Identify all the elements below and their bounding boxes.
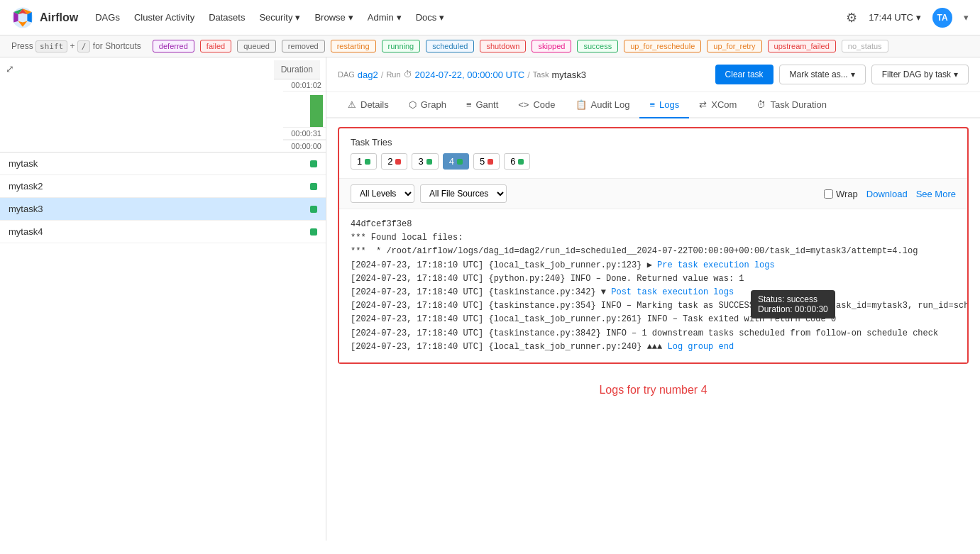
task-name-mytask2: mytask2 [9,181,43,192]
try-btn-2[interactable]: 2 [381,153,407,170]
try-dot-1 [365,159,370,165]
gantt-icon: ≡ [466,99,472,110]
tab-details[interactable]: ⚠ Details [338,92,399,118]
nav-datasets[interactable]: Datasets [209,9,245,26]
nav-security[interactable]: Security ▾ [259,9,300,26]
time-display[interactable]: 17:44 UTC ▾ [869,12,921,23]
wrap-checkbox[interactable] [824,189,833,199]
dag-link[interactable]: dag2 [358,70,378,80]
kbd-shift: shift [35,40,67,52]
task-row-mytask4[interactable]: mytask4 [0,221,326,243]
badge-restarting[interactable]: restarting [331,40,376,52]
badge-skipped[interactable]: skipped [532,40,571,52]
tab-logs[interactable]: ≡ Logs [639,92,689,118]
nav-dags[interactable]: DAGs [95,9,120,26]
badge-scheduled[interactable]: scheduled [426,40,474,52]
tab-task-duration[interactable]: ⏱ Task Duration [747,92,836,118]
task-duration-icon: ⏱ [756,99,766,110]
try-dot-5 [488,159,493,165]
try-btn-4[interactable]: 4 [443,153,469,170]
tab-code[interactable]: <> Code [508,92,565,118]
app-name: Airflow [40,11,78,24]
badge-success[interactable]: success [577,40,618,52]
user-dropdown-arrow[interactable]: ▾ [964,12,969,23]
task-row-mytask2[interactable]: mytask2 [0,175,326,198]
log-line-4: [2024-07-23, 17:18:40 UTC] {python.py:24… [351,272,956,286]
audit-log-icon: 📋 [576,99,587,110]
task-list: mytask mytask2 mytask3 mytask4 [0,153,326,243]
tab-audit-log[interactable]: 📋 Audit Log [566,92,640,118]
expand-icon[interactable]: ⤢ [6,63,14,74]
log-line-0: 44dfcef3f3e8 [351,218,956,231]
sources-select[interactable]: All File Sources [420,184,507,203]
nav-links: DAGs Cluster Activity Datasets Security … [95,9,444,26]
post-task-link[interactable]: Post task execution logs [611,287,734,297]
airflow-logo-icon [11,6,34,29]
task-tries-label: Task Tries [351,137,956,148]
badge-running[interactable]: running [382,40,421,52]
clear-task-button[interactable]: Clear task [715,65,773,84]
nav-docs[interactable]: Docs ▾ [416,9,445,26]
wrap-label[interactable]: Wrap [824,189,858,199]
duration-value-2: 00:00:31 [283,127,326,140]
task-name-mytask3: mytask3 [9,204,43,214]
filter-dag-button[interactable]: Filter DAG by task ▾ [871,65,969,84]
nav-admin[interactable]: Admin ▾ [368,9,402,26]
log-toolbar: All Levels All File Sources Wrap Downloa… [339,179,967,209]
log-footer: Logs for try number 4 [326,372,980,408]
levels-select[interactable]: All Levels [351,184,414,203]
kbd-slash: / [77,40,91,52]
user-avatar[interactable]: TA [932,8,952,28]
task-label: Task [533,70,549,79]
run-icon: ⏱ [404,70,412,79]
try-btn-5[interactable]: 5 [473,153,500,170]
settings-icon[interactable]: ⚙ [846,10,857,26]
mark-state-button[interactable]: Mark state as... ▾ [779,65,866,84]
try-btn-3[interactable]: 3 [412,153,438,170]
see-more-link[interactable]: See More [916,189,956,199]
pre-task-link[interactable]: Pre task execution logs [657,260,775,270]
duration-value-1: 00:01:02 [283,79,326,92]
badge-deferred[interactable]: deferred [153,40,194,52]
details-icon: ⚠ [348,99,356,110]
bc-sep-1: / [381,70,384,80]
graph-icon: ⬡ [409,99,417,110]
download-link[interactable]: Download [866,189,908,199]
logs-icon: ≡ [649,99,655,110]
task-tries-section: Task Tries 1 2 3 4 [339,128,967,179]
task-row-mytask[interactable]: mytask [0,153,326,175]
try-btn-6[interactable]: 6 [504,153,530,170]
badge-failed[interactable]: failed [200,40,231,52]
tries-row: 1 2 3 4 5 [351,153,956,170]
app-logo[interactable]: Airflow [11,6,78,29]
tabs-bar: ⚠ Details ⬡ Graph ≡ Gantt <> Code 📋 Audi… [326,92,980,118]
try-btn-1[interactable]: 1 [351,153,377,170]
badge-queued[interactable]: queued [237,40,276,52]
log-actions: Wrap Download See More [824,189,956,199]
badge-up-for-reschedule[interactable]: up_for_reschedule [624,40,701,52]
badge-up-for-retry[interactable]: up_for_retry [707,40,761,52]
badge-upstream-failed[interactable]: upstream_failed [768,40,836,52]
log-line-5: [2024-07-23, 17:18:40 UTC] {taskinstance… [351,286,956,299]
tab-xcom[interactable]: ⇄ XCom [689,92,747,118]
breadcrumb: DAG dag2 / Run ⏱ 2024-07-22, 00:00:00 UT… [338,70,586,80]
task-row-mytask3[interactable]: mytask3 [0,198,326,221]
log-container: Task Tries 1 2 3 4 [338,127,969,364]
nav-cluster-activity[interactable]: Cluster Activity [134,9,194,26]
code-icon: <> [518,99,529,110]
badge-no-status[interactable]: no_status [842,40,888,52]
right-panel: DAG dag2 / Run ⏱ 2024-07-22, 00:00:00 UT… [326,57,980,541]
tab-graph[interactable]: ⬡ Graph [399,92,456,118]
main-layout: ⤢ Duration 00:01:02 00:00:31 00:00:00 my… [0,57,980,541]
badge-removed[interactable]: removed [282,40,325,52]
log-line-7: [2024-07-23, 17:18:40 UTC] {local_task_j… [351,313,956,326]
badge-shutdown[interactable]: shutdown [480,40,526,52]
action-buttons: Clear task Mark state as... ▾ Filter DAG… [715,65,969,84]
duration-bar-1 [310,95,323,127]
log-group-end-link[interactable]: Log group end [667,342,734,352]
tab-gantt[interactable]: ≡ Gantt [456,92,508,118]
nav-browse[interactable]: Browse ▾ [314,9,353,26]
nav-right: ⚙ 17:44 UTC ▾ TA ▾ [846,8,969,28]
run-link[interactable]: 2024-07-22, 00:00:00 UTC [415,70,525,80]
try-dot-4 [457,159,463,165]
